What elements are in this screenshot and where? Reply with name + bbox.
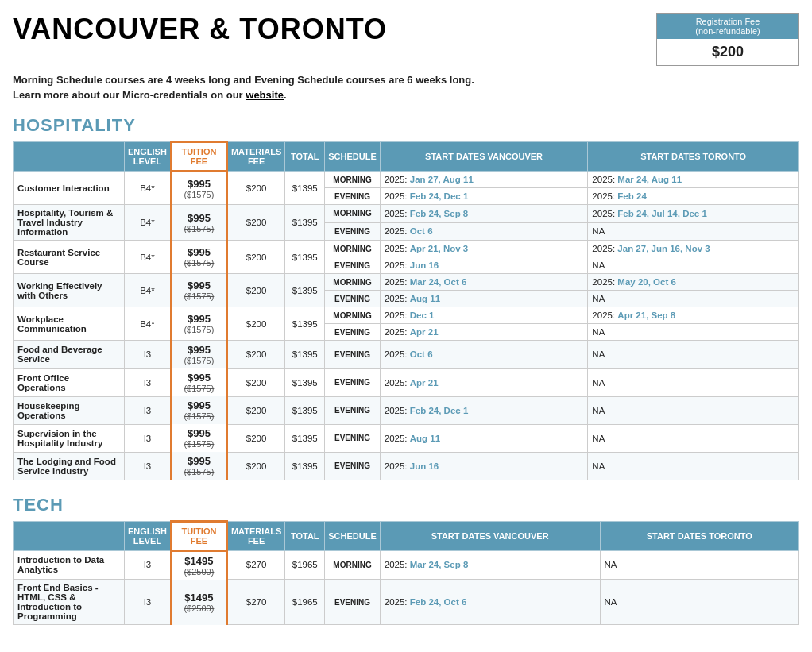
materials-fee: $200 [226,307,284,341]
english-level: I3 [125,396,172,424]
english-level: I3 [125,452,172,480]
schedule-type: EVENING [325,291,381,307]
schedule-type: MORNING [325,172,381,188]
materials-fee: $200 [226,396,284,424]
schedule-type: EVENING [325,424,381,452]
col-header-tuition: TUITIONFEE [171,142,226,172]
start-dates-toronto: NA [588,368,799,396]
schedule-type: EVENING [325,580,381,625]
col-header-course [14,142,125,172]
course-name: Restaurant Service Course [14,241,125,274]
tech-section: TECH ENGLISHLEVEL TUITIONFEE MATERIALSFE… [13,495,799,626]
english-level: B4* [125,307,172,341]
materials-fee: $200 [226,241,284,274]
table-row: Front Office OperationsI3$995($1575)$200… [14,368,799,396]
english-level: B4* [125,205,172,241]
table-row: Supervision in the Hospitality IndustryI… [14,424,799,452]
course-name: Hospitality, Tourism & Travel Industry I… [14,205,125,241]
start-dates-toronto: 2025: Feb 24, Jul 14, Dec 1 [588,205,799,223]
start-dates-toronto: NA [588,452,799,480]
table-row: Customer InteractionB4*$995($1575)$200$1… [14,172,799,188]
course-name: Supervision in the Hospitality Industry [14,424,125,452]
table-row: Workplace CommunicationB4*$995($1575)$20… [14,307,799,324]
english-level: B4* [125,172,172,205]
start-dates-vancouver: 2025: Oct 6 [380,222,588,241]
start-dates-vancouver: 2025: Mar 24, Oct 6 [380,274,588,291]
col-header-toronto: START DATES TORONTO [588,142,799,172]
start-dates-vancouver: 2025: Mar 24, Sep 8 [380,550,600,580]
materials-fee: $270 [226,580,284,625]
start-dates-vancouver: 2025: Dec 1 [380,307,588,324]
start-dates-vancouver: 2025: Jan 27, Aug 11 [380,172,588,188]
col-header-english: ENGLISHLEVEL [125,142,172,172]
tuition-fee: $1495($2500) [171,580,226,625]
start-dates-vancouver: 2025: Jun 16 [380,257,588,274]
materials-fee: $200 [226,368,284,396]
table-row: Introduction to Data AnalyticsI3$1495($2… [14,550,799,580]
english-level: I3 [125,550,172,580]
reg-fee-amount: $200 [657,39,798,65]
total-fee: $1965 [285,580,325,625]
tuition-fee: $995($1575) [171,172,226,205]
total-fee: $1395 [285,341,325,369]
col-header-materials: MATERIALSFEE [226,521,284,550]
start-dates-toronto: 2025: Mar 24, Aug 11 [588,172,799,188]
hospitality-section: HOSPITALITY ENGLISHLEVEL TUITIONFEE MATE… [13,115,799,480]
schedule-type: MORNING [325,241,381,257]
english-level: B4* [125,274,172,307]
start-dates-toronto: NA [600,550,799,580]
total-fee: $1395 [285,396,325,424]
schedule-type: EVENING [325,324,381,341]
schedule-type: EVENING [325,341,381,369]
start-dates-vancouver: 2025: Apr 21 [380,368,588,396]
start-dates-toronto: 2025: Feb 24 [588,188,799,205]
table-row: Working Effectively with OthersB4*$995($… [14,274,799,291]
total-fee: $1395 [285,274,325,307]
start-dates-vancouver: 2025: Apr 21 [380,324,588,341]
course-name: Front End Basics - HTML, CSS & Introduct… [14,580,125,625]
total-fee: $1395 [285,424,325,452]
materials-fee: $200 [226,424,284,452]
tuition-fee: $995($1575) [171,368,226,396]
tuition-fee: $995($1575) [171,274,226,307]
hospitality-table: ENGLISHLEVEL TUITIONFEE MATERIALSFEE TOT… [13,141,799,480]
schedule-type: EVENING [325,368,381,396]
table-row: Hospitality, Tourism & Travel Industry I… [14,205,799,223]
start-dates-toronto: NA [588,291,799,307]
table-row: Front End Basics - HTML, CSS & Introduct… [14,580,799,625]
table-row: Restaurant Service CourseB4*$995($1575)$… [14,241,799,257]
start-dates-toronto: 2025: Apr 21, Sep 8 [588,307,799,324]
start-dates-toronto: NA [588,341,799,369]
subtitle-line1: Morning Schedule courses are 4 weeks lon… [13,74,799,86]
course-name: Working Effectively with Others [14,274,125,307]
start-dates-vancouver: 2025: Jun 16 [380,452,588,480]
english-level: I3 [125,424,172,452]
tuition-fee: $995($1575) [171,424,226,452]
col-header-vancouver: START DATES VANCOUVER [380,142,588,172]
total-fee: $1395 [285,368,325,396]
start-dates-vancouver: 2025: Feb 24, Sep 8 [380,205,588,223]
course-name: The Lodging and Food Service Industry [14,452,125,480]
schedule-type: EVENING [325,452,381,480]
start-dates-vancouver: 2025: Aug 11 [380,291,588,307]
tuition-fee: $995($1575) [171,307,226,341]
start-dates-vancouver: 2025: Feb 24, Dec 1 [380,396,588,424]
schedule-type: MORNING [325,205,381,223]
total-fee: $1395 [285,172,325,205]
website-link[interactable]: website [246,89,284,101]
reg-fee-sublabel: (non-refundable) [663,26,792,36]
course-name: Food and Beverage Service [14,341,125,369]
start-dates-toronto: NA [588,396,799,424]
course-name: Front Office Operations [14,368,125,396]
total-fee: $1395 [285,205,325,241]
materials-fee: $200 [226,341,284,369]
total-fee: $1395 [285,452,325,480]
tuition-fee: $1495($2500) [171,550,226,580]
col-header-english: ENGLISHLEVEL [125,521,172,550]
schedule-type: EVENING [325,188,381,205]
start-dates-toronto: NA [588,324,799,341]
english-level: B4* [125,241,172,274]
start-dates-vancouver: 2025: Feb 24, Dec 1 [380,188,588,205]
course-name: Introduction to Data Analytics [14,550,125,580]
start-dates-toronto: 2025: Jan 27, Jun 16, Nov 3 [588,241,799,257]
